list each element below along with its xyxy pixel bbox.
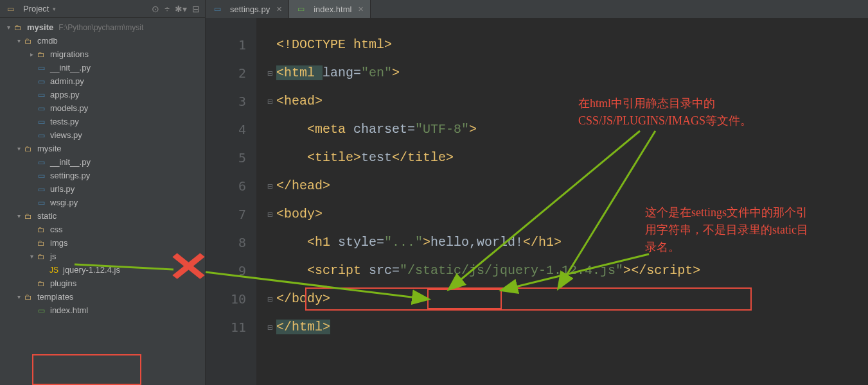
folder-icon: 🗀	[36, 279, 46, 288]
project-tree: ▾ 🗀 mysite F:\Python\pycharm\mysit ▾🗀cmd…	[0, 18, 205, 320]
py-icon: ▭	[36, 64, 46, 73]
tree-root[interactable]: ▾ 🗀 mysite F:\Python\pycharm\mysit	[0, 21, 205, 34]
expand-arrow-icon[interactable]: ▾	[14, 145, 23, 152]
project-sidebar: ▭ Project ▾ ⊙ ÷ ✱▾ ⊟ ▾ 🗀 mysite F:\Pytho…	[0, 0, 206, 385]
line-number[interactable]: 5	[206, 144, 246, 172]
folder-icon: 🗀	[23, 212, 33, 221]
tree-label: wsgi.py	[50, 198, 78, 207]
tree-item[interactable]: ▾🗀js	[0, 250, 205, 263]
tree-item[interactable]: ▭apps.py	[0, 88, 205, 101]
line-number[interactable]: 6	[206, 172, 246, 200]
tree-item[interactable]: 🗀plugins	[0, 277, 205, 290]
tree-label: css	[50, 225, 63, 234]
close-icon[interactable]: ✕	[358, 5, 364, 13]
tree-label: templates	[37, 292, 73, 302]
tree-label: __init__.py	[50, 63, 91, 73]
tree-label: jquery-1.12.4.js	[63, 265, 120, 275]
tree-item[interactable]: ▾🗀templates	[0, 290, 205, 304]
py-icon: ▭	[36, 158, 46, 167]
tree-item[interactable]: JSjquery-1.12.4.js	[0, 263, 205, 277]
tree-label: plugins	[50, 278, 76, 288]
line-number[interactable]: 11	[206, 313, 246, 341]
folder-icon: 🗀	[36, 50, 46, 59]
tree-item[interactable]: 🗀css	[0, 223, 205, 236]
folder-icon: 🗀	[36, 252, 46, 261]
tree-item[interactable]: ▭models.py	[0, 101, 205, 115]
divider-icon[interactable]: ÷	[164, 4, 170, 14]
dropdown-arrow-icon[interactable]: ▾	[53, 6, 56, 12]
tab-label: settings.py	[230, 4, 270, 14]
folder-icon: 🗀	[13, 23, 23, 32]
expand-arrow-icon[interactable]: ▾	[14, 37, 23, 44]
line-number[interactable]: 1	[206, 31, 246, 59]
tree-label: admin.py	[50, 76, 84, 86]
tree-item[interactable]: ▭__init__.py	[0, 155, 205, 169]
code-area: 1234567891011 <!DOCTYPE html> ⊟<html lan…	[206, 18, 868, 385]
tree-label: cmdb	[37, 36, 58, 46]
tree-item[interactable]: ▸🗀migrations	[0, 47, 205, 61]
folder-icon: 🗀	[36, 225, 46, 234]
expand-arrow-icon[interactable]: ▾	[14, 212, 23, 219]
settings-icon[interactable]: ✱▾	[175, 4, 187, 14]
tree-item[interactable]: ▾🗀cmdb	[0, 34, 205, 47]
py-icon: ▭	[36, 171, 46, 180]
tree-path: F:\Python\pycharm\mysit	[58, 23, 143, 32]
tree-item[interactable]: 🗀imgs	[0, 236, 205, 250]
tree-item[interactable]: ▭tests.py	[0, 115, 205, 128]
tree-label: apps.py	[50, 90, 80, 99]
line-number[interactable]: 2	[206, 59, 246, 87]
tree-item[interactable]: ▭views.py	[0, 128, 205, 142]
close-icon[interactable]: ✕	[276, 5, 282, 13]
sidebar-title[interactable]: Project	[23, 4, 49, 13]
tab-label: index.html	[314, 4, 351, 14]
tree-label: __init__.py	[50, 157, 91, 167]
tree-label: mysite	[27, 22, 53, 32]
line-number[interactable]: 10	[206, 285, 246, 313]
code-editor[interactable]: <!DOCTYPE html> ⊟<html lang="en"> ⊟<head…	[257, 18, 868, 385]
line-number[interactable]: 3	[206, 87, 246, 116]
tree-item[interactable]: ▭wsgi.py	[0, 196, 205, 209]
editor-tab[interactable]: ▭settings.py✕	[206, 0, 289, 18]
expand-arrow-icon[interactable]: ▸	[27, 51, 36, 58]
line-number[interactable]: 8	[206, 228, 246, 257]
sidebar-header: ▭ Project ▾ ⊙ ÷ ✱▾ ⊟	[0, 0, 205, 18]
project-icon: ▭	[5, 4, 15, 13]
py-icon: ▭	[212, 4, 222, 13]
folder-icon: 🗀	[36, 239, 46, 248]
tree-item[interactable]: ▭urls.py	[0, 182, 205, 196]
tree-label: tests.py	[50, 117, 79, 126]
tree-item[interactable]: ▭__init__.py	[0, 61, 205, 74]
tree-item[interactable]: ▭settings.py	[0, 169, 205, 182]
expand-arrow-icon[interactable]: ▾	[27, 253, 36, 260]
js-icon: JS	[49, 266, 59, 275]
py-icon: ▭	[36, 185, 46, 194]
tree-label: index.html	[50, 305, 88, 315]
tree-label: migrations	[50, 49, 89, 59]
expand-arrow-icon[interactable]: ▾	[14, 293, 23, 300]
py-icon: ▭	[36, 117, 46, 126]
collapse-icon[interactable]: ⊙	[152, 4, 159, 14]
code-text: <!DOCTYPE html>	[276, 37, 392, 52]
tree-item[interactable]: ▭index.html	[0, 304, 205, 317]
editor-area: ▭settings.py✕▭index.html✕ 1234567891011 …	[206, 0, 868, 385]
folder-icon: 🗀	[23, 293, 33, 302]
tree-label: js	[50, 252, 56, 261]
line-gutter: 1234567891011	[206, 18, 257, 385]
hide-icon[interactable]: ⊟	[192, 4, 200, 14]
py-icon: ▭	[36, 131, 46, 140]
tree-item[interactable]: ▾🗀mysite	[0, 142, 205, 155]
tree-label: settings.py	[50, 171, 90, 180]
expand-arrow-icon[interactable]: ▾	[4, 24, 13, 31]
tree-label: static	[37, 211, 57, 221]
tree-label: urls.py	[50, 184, 75, 194]
line-number[interactable]: 7	[206, 200, 246, 228]
html-icon: ▭	[36, 306, 46, 315]
py-icon: ▭	[36, 90, 46, 99]
tree-item[interactable]: ▾🗀static	[0, 209, 205, 223]
py-icon: ▭	[36, 198, 46, 207]
tree-item[interactable]: ▭admin.py	[0, 74, 205, 88]
line-number[interactable]: 9	[206, 257, 246, 285]
editor-tab[interactable]: ▭index.html✕	[289, 0, 371, 18]
line-number[interactable]: 4	[206, 116, 246, 144]
tree-label: imgs	[50, 238, 67, 248]
